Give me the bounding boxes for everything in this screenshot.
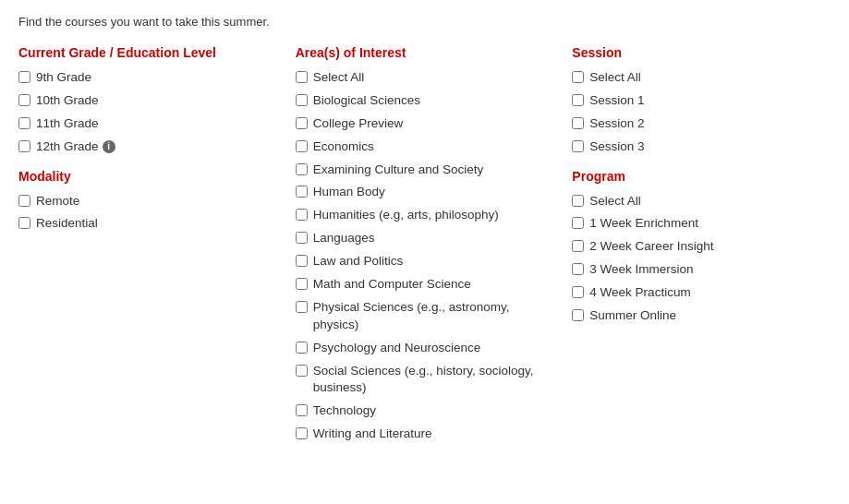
checkbox-label: Residential [36,215,98,233]
checkbox-label: Physical Sciences (e.g., astronomy, phys… [313,299,554,334]
checkbox-1-0-3[interactable] [296,140,308,152]
checkbox-2-0-1[interactable] [572,94,584,106]
checkbox-label: Biological Sciences [313,92,420,110]
checkbox-1-0-6[interactable] [296,209,308,221]
checkbox-label: Economics [313,138,374,156]
list-item: 2 Week Career Insight [572,238,831,256]
list-item: 9th Grade [18,69,277,87]
checkbox-2-1-3[interactable] [572,263,584,275]
checkbox-label: Remote [36,193,79,210]
list-item: Select All [572,69,831,87]
list-item: Biological Sciences [296,92,554,110]
checkbox-2-1-1[interactable] [572,217,584,229]
checkbox-2-0-2[interactable] [572,117,584,129]
list-item: Human Body [296,184,554,201]
checkbox-label: 10th Grade [36,92,99,110]
list-item: Summer Online [572,307,831,325]
checkbox-label: 12th Gradei [36,138,115,156]
checkbox-1-0-13[interactable] [296,404,308,416]
checkbox-label: 2 Week Career Insight [589,238,713,256]
list-item: 11th Grade [18,115,277,133]
checkbox-1-0-1[interactable] [296,94,308,106]
list-item: Examining Culture and Society [296,162,554,179]
checkbox-1-0-9[interactable] [296,278,308,290]
checkbox-2-1-0[interactable] [572,195,584,207]
checkbox-label: Session 1 [589,92,644,110]
checkbox-2-0-0[interactable] [572,71,584,83]
list-item: 1 Week Enrichment [572,215,831,233]
section-title-0-0: Current Grade / Education Level [18,45,277,60]
checkbox-0-0-0[interactable] [18,71,30,83]
list-item: Session 1 [572,92,831,110]
checkbox-0-1-0[interactable] [18,195,30,207]
checkbox-1-0-4[interactable] [296,163,308,175]
list-item: Session 2 [572,115,831,133]
checkbox-1-0-10[interactable] [296,301,308,313]
checkbox-label: Select All [589,193,641,210]
checkbox-1-0-8[interactable] [296,255,308,267]
checkbox-label: Session 3 [589,138,644,156]
checkbox-label: Math and Computer Science [313,276,471,294]
list-item: Psychology and Neuroscience [296,340,554,357]
checkbox-0-0-2[interactable] [18,117,30,129]
checkbox-0-0-1[interactable] [18,94,30,106]
list-item: 3 Week Immersion [572,261,831,279]
list-item: Writing and Literature [296,426,554,443]
checkbox-0-1-1[interactable] [18,217,30,229]
column-1: Area(s) of InterestSelect AllBiological … [296,45,573,449]
checkbox-1-0-7[interactable] [296,232,308,244]
checkbox-1-0-11[interactable] [296,342,308,354]
checkbox-1-0-2[interactable] [296,117,308,129]
checkbox-0-0-3[interactable] [18,140,30,152]
list-item: Technology [296,402,554,420]
list-item: Humanities (e.g, arts, philosophy) [296,207,554,224]
list-item: Session 3 [572,138,831,156]
list-item: Law and Politics [296,253,554,270]
checkbox-2-0-3[interactable] [572,140,584,152]
checkbox-label: Law and Politics [313,253,404,270]
checkbox-label: 3 Week Immersion [589,261,693,279]
checkbox-label: Human Body [313,184,385,201]
list-item: College Preview [296,115,554,133]
checkbox-label: Session 2 [589,115,644,133]
filter-columns: Current Grade / Education Level9th Grade… [18,45,831,449]
list-item: Math and Computer Science [296,276,554,294]
checkbox-label: Summer Online [589,307,676,325]
checkbox-label: Technology [313,402,376,420]
list-item: 12th Gradei [18,138,277,156]
checkbox-1-0-14[interactable] [296,427,308,439]
checkbox-label: 11th Grade [36,115,99,133]
checkbox-label: Select All [313,69,365,87]
checkbox-label: Social Sciences (e.g., history, sociolog… [313,363,554,398]
list-item: Remote [18,193,277,210]
checkbox-label: Select All [589,69,641,87]
checkbox-label: Writing and Literature [313,426,432,443]
checkbox-label: Humanities (e.g, arts, philosophy) [313,207,499,224]
checkbox-1-0-5[interactable] [296,186,308,198]
checkbox-label: 1 Week Enrichment [589,215,698,233]
column-0: Current Grade / Education Level9th Grade… [18,45,296,238]
list-item: Languages [296,230,554,247]
checkbox-label: 9th Grade [36,69,91,87]
list-item: Select All [296,69,554,87]
section-title-0-1: Modality [18,169,277,184]
list-item: Residential [18,215,277,233]
intro-text: Find the courses you want to take this s… [18,15,831,29]
list-item: 10th Grade [18,92,277,110]
list-item: Select All [572,193,831,210]
list-item: Social Sciences (e.g., history, sociolog… [296,363,554,398]
list-item: Economics [296,138,554,156]
info-icon[interactable]: i [103,140,115,153]
section-title-2-0: Session [572,45,831,60]
checkbox-2-1-2[interactable] [572,240,584,252]
checkbox-1-0-12[interactable] [296,365,308,377]
checkbox-1-0-0[interactable] [296,71,308,83]
list-item: Physical Sciences (e.g., astronomy, phys… [296,299,554,334]
checkbox-label: Languages [313,230,375,247]
checkbox-label: Examining Culture and Society [313,162,484,179]
section-title-2-1: Program [572,169,831,184]
checkbox-2-1-5[interactable] [572,309,584,321]
checkbox-2-1-4[interactable] [572,286,584,298]
column-2: SessionSelect AllSession 1Session 2Sessi… [572,45,831,330]
checkbox-label: College Preview [313,115,404,133]
